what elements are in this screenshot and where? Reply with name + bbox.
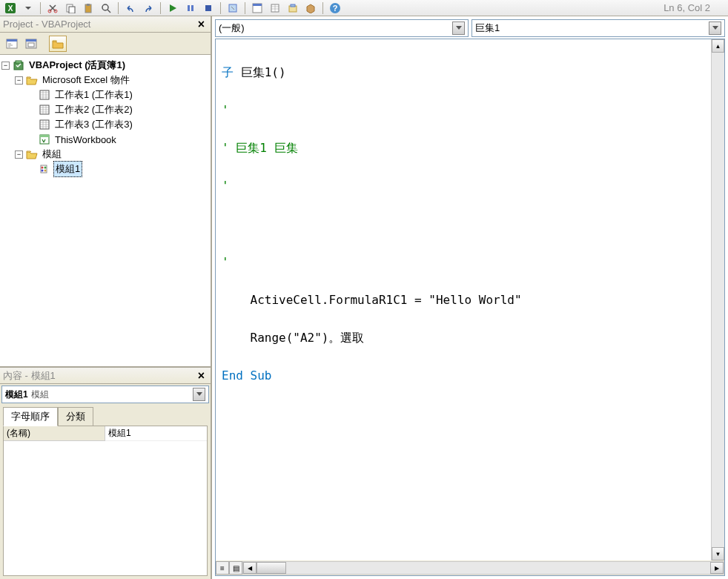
stop-icon[interactable] — [201, 1, 216, 15]
svg-rect-32 — [41, 165, 47, 173]
run-icon[interactable] — [165, 1, 180, 15]
svg-rect-24 — [28, 43, 34, 47]
property-row[interactable]: (名稱) 模組1 — [4, 426, 207, 441]
object-dropdown-value: (一般) — [219, 21, 245, 35]
toggle-folders-button[interactable] — [49, 36, 67, 52]
properties-grid[interactable]: (名稱) 模組1 — [3, 426, 208, 576]
svg-point-33 — [42, 167, 44, 169]
toolbar-separator — [322, 2, 323, 14]
chevron-down-icon[interactable] — [709, 21, 721, 35]
scroll-up-icon[interactable]: ▲ — [712, 39, 724, 53]
svg-rect-23 — [26, 39, 36, 42]
tree-node-label: ThisWorkbook — [53, 133, 118, 146]
code-text: ActiveCell.FormulaR1C1 = "Hello World" — [222, 293, 522, 307]
properties-header: 內容 - 模組1 × — [0, 368, 211, 384]
svg-rect-31 — [40, 135, 49, 137]
project-explorer-icon[interactable] — [250, 1, 265, 15]
copy-icon[interactable] — [63, 1, 78, 15]
redo-icon[interactable] — [141, 1, 156, 15]
worksheet-icon — [39, 89, 50, 101]
vba-project-icon — [13, 59, 24, 71]
tree-node-label: 工作表3 (工作表3) — [53, 117, 134, 132]
tab-categorized[interactable]: 分類 — [58, 407, 93, 426]
toolbox-icon[interactable] — [303, 1, 318, 15]
tree-workbook-node[interactable]: ThisWorkbook — [1, 132, 209, 147]
cut-icon[interactable] — [45, 1, 60, 15]
code-comment: ' — [222, 179, 229, 193]
properties-object-dropdown[interactable]: 模組1 模組 — [1, 386, 209, 403]
toolbar-separator — [118, 2, 119, 14]
properties-icon[interactable] — [268, 1, 282, 15]
collapse-icon[interactable]: − — [1, 62, 10, 70]
svg-rect-9 — [188, 5, 190, 11]
workbook-icon — [39, 133, 50, 145]
project-explorer-header: Project - VBAProject × — [0, 16, 211, 33]
object-browser-icon[interactable] — [285, 1, 300, 15]
tree-root-node[interactable]: − VBAProject (活頁簿1) — [1, 58, 209, 73]
view-code-button[interactable] — [3, 36, 21, 52]
code-editor[interactable]: 子 巨集1() ' ' 巨集1 巨集 ' ' ActiveCell.Formul… — [216, 39, 711, 560]
worksheet-icon — [39, 119, 50, 130]
procedure-dropdown-value: 巨集1 — [475, 21, 500, 35]
close-icon[interactable]: × — [195, 18, 208, 31]
scroll-down-icon[interactable]: ▼ — [712, 547, 724, 560]
code-comment: 巨集1 巨集 — [229, 141, 298, 155]
tree-worksheet-node[interactable]: 工作表2 (工作表2) — [1, 102, 209, 117]
project-tree[interactable]: − VBAProject (活頁簿1) − Microsoft Excel 物件 — [0, 55, 211, 366]
chevron-down-icon[interactable] — [452, 21, 465, 35]
full-module-view-button[interactable]: ▤ — [229, 561, 242, 575]
svg-rect-21 — [7, 39, 17, 42]
module-icon — [39, 163, 50, 175]
object-name: 模組1 — [5, 388, 28, 401]
svg-rect-11 — [205, 5, 211, 11]
paste-icon[interactable] — [81, 1, 96, 15]
find-icon[interactable] — [99, 1, 113, 15]
scroll-thumb[interactable] — [257, 562, 286, 574]
tree-worksheet-node[interactable]: 工作表3 (工作表3) — [1, 117, 209, 132]
toolbar-separator — [160, 2, 161, 14]
code-comment: ' — [222, 255, 229, 269]
folder-open-icon — [26, 148, 38, 160]
scroll-left-icon[interactable]: ◀ — [243, 562, 257, 574]
horizontal-scrollbar[interactable]: ◀ ▶ — [242, 561, 724, 575]
collapse-icon[interactable]: − — [15, 76, 23, 85]
design-icon[interactable] — [225, 1, 240, 15]
toolbar-dropdown-icon[interactable] — [21, 1, 36, 15]
svg-rect-26 — [16, 61, 21, 63]
code-keyword: End Sub — [222, 368, 271, 383]
line-col-status: Ln 6, Col 2 — [664, 2, 725, 13]
tree-folder-node[interactable]: − Microsoft Excel 物件 — [1, 73, 209, 87]
chevron-down-icon[interactable] — [193, 388, 205, 401]
close-icon[interactable]: × — [195, 369, 208, 383]
toolbar-separator — [245, 2, 245, 14]
code-comment: ' — [222, 141, 229, 155]
view-object-button[interactable] — [22, 36, 40, 52]
object-dropdown[interactable]: (一般) — [215, 19, 469, 37]
procedure-view-button[interactable]: ≡ — [216, 561, 229, 575]
code-comment: ' — [222, 103, 229, 117]
tree-worksheet-node[interactable]: 工作表1 (工作表1) — [1, 87, 209, 102]
scroll-track[interactable] — [286, 562, 710, 574]
property-name: (名稱) — [4, 426, 105, 441]
help-icon[interactable]: ? — [328, 1, 343, 15]
excel-icon[interactable]: X — [3, 1, 18, 15]
pause-icon[interactable] — [183, 1, 198, 15]
undo-icon[interactable] — [123, 1, 138, 15]
scroll-right-icon[interactable]: ▶ — [710, 562, 724, 574]
tree-folder-node[interactable]: − 模組 — [1, 147, 209, 162]
tree-node-label: Microsoft Excel 物件 — [41, 73, 131, 87]
tree-module-node[interactable]: 模組1 — [1, 162, 209, 176]
svg-text:?: ? — [333, 4, 338, 13]
code-keyword: 子 — [222, 65, 234, 79]
collapse-icon[interactable]: − — [15, 150, 23, 159]
code-text: 巨集1() — [234, 65, 286, 79]
svg-rect-5 — [69, 7, 75, 13]
vertical-scrollbar[interactable]: ▲ ▼ — [711, 39, 724, 560]
procedure-dropdown[interactable]: 巨集1 — [471, 19, 725, 37]
tab-alphabetical[interactable]: 字母順序 — [3, 407, 58, 426]
svg-text:X: X — [8, 4, 13, 13]
properties-panel: 內容 - 模組1 × 模組1 模組 字母順序 分類 (名稱) 模組1 — [0, 368, 211, 579]
svg-point-8 — [102, 4, 108, 10]
property-value[interactable]: 模組1 — [105, 426, 207, 441]
scroll-track[interactable] — [712, 53, 724, 547]
